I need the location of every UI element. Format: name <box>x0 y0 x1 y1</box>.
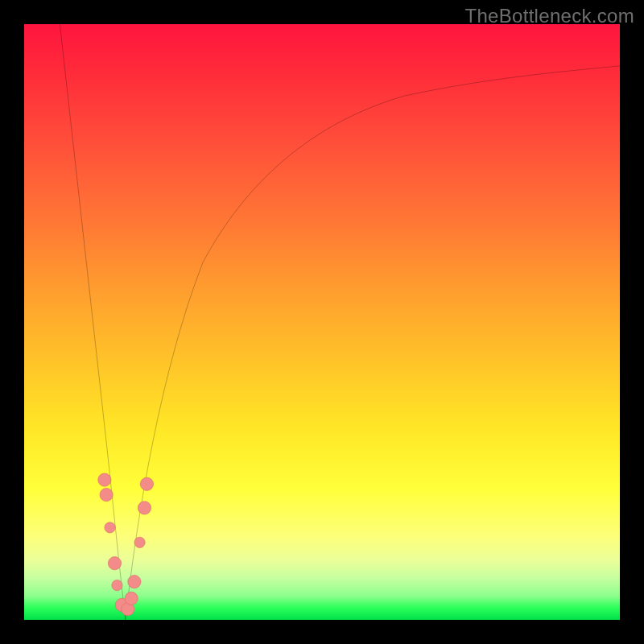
marker-dot <box>98 473 111 486</box>
marker-dot <box>112 580 122 590</box>
marker-cluster <box>98 473 154 616</box>
marker-dot <box>128 576 141 588</box>
plot-area <box>24 24 620 620</box>
marker-dot <box>140 477 153 490</box>
marker-dot <box>134 537 145 547</box>
left-branch-curve <box>60 24 125 620</box>
marker-dot <box>100 488 113 501</box>
chart-stage: TheBottleneck.com <box>0 0 644 644</box>
marker-dot <box>108 557 121 570</box>
marker-dot <box>138 502 151 514</box>
marker-dot <box>105 522 115 533</box>
curve-layer <box>24 24 620 620</box>
marker-dot <box>125 592 138 605</box>
right-branch-curve <box>126 66 620 620</box>
